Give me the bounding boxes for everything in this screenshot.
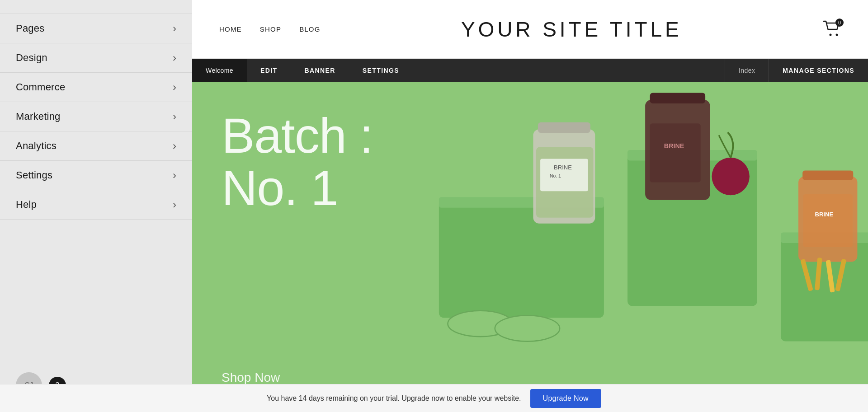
editor-right-tabs: Index MANAGE SECTIONS	[725, 59, 868, 82]
sidebar-item-commerce[interactable]: Commerce›	[0, 73, 192, 102]
sidebar-item-settings-label: Settings	[16, 169, 52, 181]
site-nav-shop[interactable]: SHOP	[260, 25, 281, 33]
svg-rect-18	[650, 123, 701, 182]
trial-bar: You have 14 days remaining on your trial…	[0, 384, 868, 412]
sidebar-item-pages-chevron: ›	[173, 22, 176, 35]
svg-point-20	[712, 158, 749, 195]
editor-tab-welcome[interactable]: Welcome	[192, 59, 247, 82]
svg-rect-17	[650, 93, 706, 103]
hero-section: Batch : No. 1 Shop Now B	[192, 82, 868, 412]
trial-message: You have 14 days remaining on your trial…	[267, 394, 521, 403]
site-header: HOMESHOPBLOG YOUR SITE TITLE 0	[192, 0, 868, 59]
site-nav-home[interactable]: HOME	[219, 25, 242, 33]
cart-count: 0	[835, 19, 844, 27]
main-content: HOMESHOPBLOG YOUR SITE TITLE 0 Welcome E…	[192, 0, 868, 412]
hero-heading: Batch : No. 1	[222, 109, 373, 214]
editor-tab-index[interactable]: Index	[725, 59, 769, 82]
editor-tab-edit-label: EDIT	[260, 67, 278, 74]
sidebar-item-settings[interactable]: Settings›	[0, 161, 192, 190]
upgrade-button[interactable]: Upgrade Now	[530, 389, 601, 408]
editor-tab-settings[interactable]: SETTINGS	[349, 59, 413, 82]
sidebar-item-analytics-chevron: ›	[173, 140, 176, 152]
svg-text:BRINE: BRINE	[554, 164, 572, 171]
editor-tab-edit[interactable]: EDIT	[247, 59, 291, 82]
editor-tab-settings-label: SETTINGS	[363, 67, 399, 74]
sidebar-item-help[interactable]: Help›	[0, 190, 192, 220]
editor-tab-banner[interactable]: BANNER	[291, 59, 349, 82]
svg-rect-22	[802, 171, 853, 180]
svg-point-9	[495, 315, 560, 341]
sidebar: Pages›Design›Commerce›Marketing›Analytic…	[0, 0, 192, 412]
site-title: YOUR SITE TITLE	[461, 17, 682, 42]
sidebar-item-commerce-chevron: ›	[173, 81, 176, 94]
sidebar-item-pages-label: Pages	[16, 23, 44, 34]
sidebar-item-design-label: Design	[16, 52, 47, 64]
editor-tab-banner-label: BANNER	[305, 67, 335, 74]
editor-tab-index-label: Index	[739, 67, 755, 74]
sidebar-item-design[interactable]: Design›	[0, 43, 192, 73]
svg-text:No. 1: No. 1	[550, 173, 561, 178]
sidebar-item-pages[interactable]: Pages›	[0, 14, 192, 43]
svg-text:BRINE: BRINE	[815, 211, 834, 218]
sidebar-item-marketing-chevron: ›	[173, 110, 176, 123]
svg-rect-23	[803, 194, 853, 247]
sidebar-item-marketing[interactable]: Marketing›	[0, 102, 192, 131]
cart-button[interactable]: 0	[823, 20, 841, 38]
site-nav-blog[interactable]: BLOG	[299, 25, 320, 33]
svg-text:BRINE: BRINE	[664, 142, 684, 150]
sidebar-item-help-label: Help	[16, 199, 37, 211]
sidebar-item-help-chevron: ›	[173, 198, 176, 211]
sidebar-item-settings-chevron: ›	[173, 169, 176, 182]
hero-text: Batch : No. 1	[222, 109, 373, 214]
svg-point-1	[835, 33, 838, 36]
sidebar-nav: Pages›Design›Commerce›Marketing›Analytic…	[0, 0, 192, 363]
editor-tab-manage-sections-label: MANAGE SECTIONS	[783, 67, 854, 74]
editor-toolbar: Welcome EDIT BANNER SETTINGS Index MANAG…	[192, 59, 868, 82]
sidebar-item-analytics-label: Analytics	[16, 140, 57, 152]
hero-heading-line2: No. 1	[222, 162, 373, 214]
hero-heading-line1: Batch :	[222, 109, 373, 162]
svg-rect-11	[538, 122, 590, 133]
site-nav: HOMESHOPBLOG	[219, 25, 321, 33]
hero-cta: Shop Now	[222, 370, 280, 385]
editor-tab-welcome-label: Welcome	[206, 67, 233, 74]
sidebar-item-analytics[interactable]: Analytics›	[0, 131, 192, 161]
sidebar-item-commerce-label: Commerce	[16, 81, 65, 93]
sidebar-item-design-chevron: ›	[173, 52, 176, 64]
sidebar-item-marketing-label: Marketing	[16, 111, 61, 122]
editor-tab-manage-sections[interactable]: MANAGE SECTIONS	[769, 59, 868, 82]
svg-point-0	[829, 33, 831, 36]
